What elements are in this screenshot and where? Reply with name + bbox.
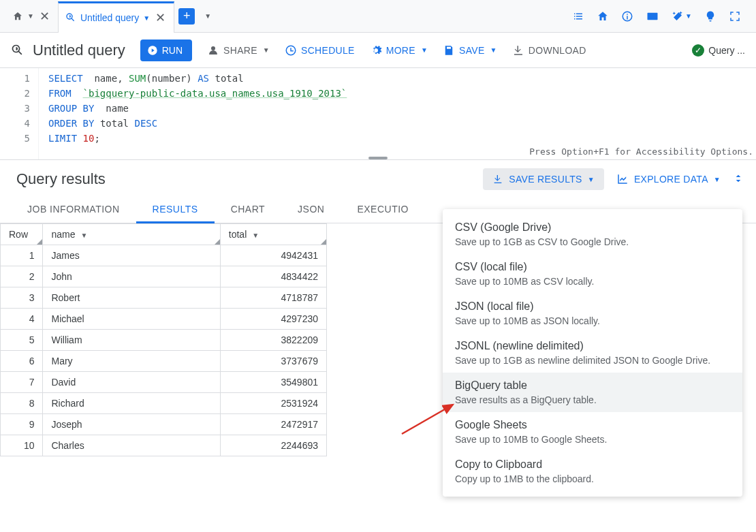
play-icon — [147, 45, 158, 56]
tab-label: Untitled query — [80, 12, 139, 23]
close-icon[interactable]: ✕ — [154, 9, 167, 27]
table-row[interactable]: 8Richard2531924 — [1, 393, 327, 414]
chevron-down-icon: ▼ — [714, 176, 721, 183]
tab-execution[interactable]: EXECUTIO — [341, 197, 425, 223]
cell-name: John — [43, 266, 220, 287]
new-tab-button[interactable]: + — [178, 8, 195, 25]
sort-icon[interactable]: ▼ — [252, 232, 259, 239]
menu-item-subtitle: Save up to 1GB as CSV to Google Drive. — [455, 236, 730, 247]
cell-total: 3822209 — [220, 330, 326, 351]
table-row[interactable]: 4Michael4297230 — [1, 309, 327, 330]
cell-name: Charles — [43, 435, 220, 456]
menu-item-jsonl-newline-delimited-[interactable]: JSONL (newline delimited)Save up to 1GB … — [443, 333, 742, 373]
home-icon — [12, 11, 23, 22]
menu-item-title: BigQuery table — [455, 379, 730, 392]
run-button[interactable]: RUN — [140, 40, 192, 61]
chevron-down-icon: ▼ — [143, 14, 150, 22]
search-sql-icon — [11, 44, 25, 57]
menu-item-title: Google Sheets — [455, 419, 730, 431]
col-name[interactable]: name ▼ — [43, 224, 220, 245]
chart-icon — [616, 173, 629, 185]
share-icon — [207, 44, 219, 57]
tab-overflow-button[interactable]: ▼ — [199, 12, 217, 20]
info-icon[interactable] — [621, 10, 633, 22]
cell-name: Joseph — [43, 414, 220, 435]
clock-icon — [285, 44, 297, 57]
lightbulb-icon[interactable] — [704, 10, 716, 22]
cell-row: 9 — [1, 414, 43, 435]
menu-item-subtitle: Save up to 10MB as CSV locally. — [455, 276, 730, 287]
cell-name: James — [43, 245, 220, 266]
menu-item-json-local-file-[interactable]: JSON (local file)Save up to 10MB as JSON… — [443, 294, 742, 333]
table-row[interactable]: 10Charles2244693 — [1, 435, 327, 456]
menu-item-csv-local-file-[interactable]: CSV (local file)Save up to 10MB as CSV l… — [443, 254, 742, 294]
menu-item-google-sheets[interactable]: Google SheetsSave up to 10MB to Google S… — [443, 412, 742, 452]
explore-data-button[interactable]: EXPLORE DATA ▼ — [616, 173, 721, 185]
expand-icon[interactable] — [733, 173, 744, 186]
cell-total: 2531924 — [220, 393, 326, 414]
cell-row: 7 — [1, 372, 43, 393]
drag-handle[interactable] — [368, 157, 388, 159]
cell-name: William — [43, 330, 220, 351]
a11y-hint: Press Option+F1 for Accessibility Option… — [529, 144, 753, 159]
line-gutter: 1 2 3 4 5 — [0, 68, 38, 159]
page-title: Untitled query — [33, 42, 125, 59]
table-row[interactable]: 2John4834422 — [1, 266, 327, 287]
schedule-button[interactable]: SCHEDULE — [285, 44, 355, 57]
cell-row: 5 — [1, 330, 43, 351]
search-sql-icon — [65, 12, 76, 23]
list-icon[interactable] — [572, 10, 584, 22]
cell-row: 4 — [1, 309, 43, 330]
tab-untitled-query[interactable]: Untitled query ▼ ✕ — [58, 1, 174, 33]
cell-total: 4718787 — [220, 287, 326, 309]
results-title: Query results — [16, 170, 106, 188]
tab-results[interactable]: RESULTS — [136, 197, 215, 223]
save-results-button[interactable]: SAVE RESULTS ▼ — [483, 168, 604, 190]
cell-total: 2244693 — [220, 435, 326, 456]
keyboard-icon[interactable] — [646, 10, 659, 22]
tab-home[interactable]: ▼ ✕ — [5, 1, 58, 32]
table-row[interactable]: 6Mary3737679 — [1, 351, 327, 372]
table-row[interactable]: 7David3549801 — [1, 372, 327, 393]
menu-item-subtitle: Save up to 10MB as JSON locally. — [455, 315, 730, 326]
tab-json[interactable]: JSON — [281, 197, 341, 223]
fullscreen-icon[interactable] — [729, 10, 741, 22]
table-row[interactable]: 1James4942431 — [1, 245, 327, 266]
cell-row: 2 — [1, 266, 43, 287]
sort-icon[interactable]: ▼ — [80, 232, 87, 239]
cell-total: 4942431 — [220, 245, 326, 266]
menu-item-copy-to-clipboard[interactable]: Copy to ClipboardCopy up to 1MB to the c… — [443, 452, 742, 456]
table-row[interactable]: 9Joseph2472917 — [1, 414, 327, 435]
cell-row: 10 — [1, 435, 43, 456]
col-total[interactable]: total ▼ — [220, 224, 326, 245]
tab-job-information[interactable]: JOB INFORMATION — [11, 197, 136, 223]
menu-item-bigquery-table[interactable]: BigQuery tableSave results as a BigQuery… — [443, 373, 742, 412]
menu-item-csv-google-drive-[interactable]: CSV (Google Drive)Save up to 1GB as CSV … — [443, 215, 742, 254]
menu-item-title: JSONL (newline delimited) — [455, 340, 730, 352]
close-icon[interactable]: ✕ — [38, 7, 51, 25]
table-row[interactable]: 5William3822209 — [1, 330, 327, 351]
cell-row: 6 — [1, 351, 43, 372]
menu-item-subtitle: Save results as a BigQuery table. — [455, 394, 730, 405]
home-outline-icon[interactable] — [597, 10, 609, 22]
sql-editor[interactable]: 1 2 3 4 5 SELECT name, SUM(number) AS to… — [0, 68, 756, 160]
cell-row: 8 — [1, 393, 43, 414]
download-icon — [512, 44, 524, 57]
share-button[interactable]: SHARE ▼ — [207, 44, 270, 57]
save-button[interactable]: SAVE ▼ — [443, 44, 497, 57]
save-results-menu: CSV (Google Drive)Save up to 1GB as CSV … — [443, 209, 742, 456]
more-button[interactable]: MORE ▼ — [370, 44, 428, 57]
tab-chart[interactable]: CHART — [215, 197, 281, 223]
menu-item-subtitle: Save up to 10MB to Google Sheets. — [455, 434, 730, 445]
status-badge: ✓ Query ... — [692, 44, 745, 57]
magic-icon[interactable]: ▼ — [672, 10, 692, 22]
gear-icon — [370, 44, 382, 57]
cell-total: 2472917 — [220, 414, 326, 435]
results-table: Row name ▼ total ▼ 1James49424312John483… — [0, 223, 327, 456]
table-row[interactable]: 3Robert4718787 — [1, 287, 327, 309]
download-button[interactable]: DOWNLOAD — [512, 44, 586, 57]
menu-item-title: CSV (local file) — [455, 261, 730, 273]
cell-name: Mary — [43, 351, 220, 372]
menu-item-title: CSV (Google Drive) — [455, 221, 730, 234]
col-row[interactable]: Row — [1, 224, 43, 245]
